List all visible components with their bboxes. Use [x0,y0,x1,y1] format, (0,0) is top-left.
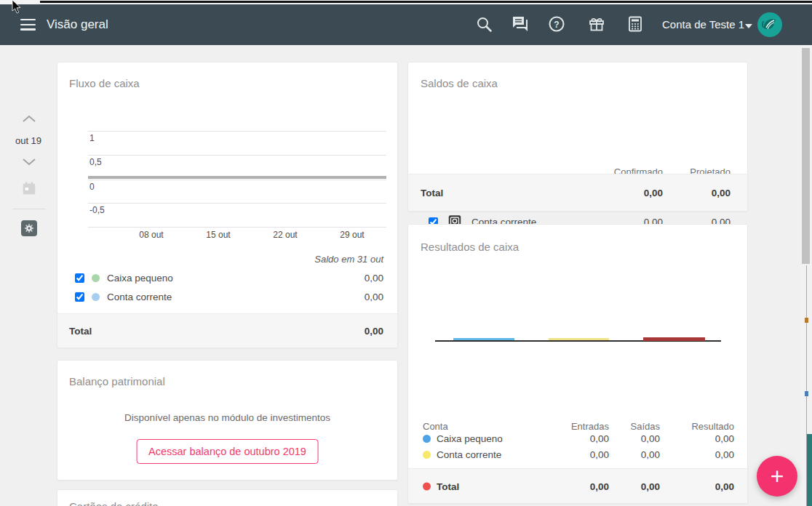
account-label: Caixa pequeno [437,433,503,444]
cashflow-row-checkbox[interactable] [75,273,84,283]
gridline [88,203,386,204]
series-value: 0,00 [365,273,383,284]
out-value: 0,00 [641,433,660,444]
x-tick: 29 out [329,230,375,240]
series-dot-yellow [423,451,431,459]
y-tick: 0,5 [89,157,102,167]
right-edge-teal-strip [807,434,812,506]
page-title: Visão geral [47,17,108,32]
cashflow-series-zero-line [88,176,386,179]
column-header-result: Resultado [691,421,734,432]
chat-icon[interactable] [512,15,529,33]
total-label: Total [421,188,443,198]
search-icon[interactable] [475,15,493,33]
total-in: 0,00 [590,481,609,491]
bar-red [643,337,705,341]
column-header-out: Saídas [631,421,660,432]
scrollbar-thumb[interactable] [802,48,810,264]
period-rail: out 19 [0,45,57,506]
result-value: 0,00 [715,433,734,444]
y-tick: 1 [89,133,95,143]
x-tick: 08 out [128,230,175,240]
next-card-title: Cartões de crédito [69,500,159,506]
cash-results-card: Resultados de caixa Conta Entradas Saída… [407,224,748,504]
access-balance-button[interactable]: Acessar balanço de outubro 2019 [136,439,319,464]
calculator-icon[interactable] [626,15,644,33]
svg-text:?: ? [554,20,559,30]
window-top-border [40,1,812,3]
app-header: Visão geral ? Conta de Teste 1 [0,4,812,45]
cashflow-card-title: Fluxo de caixa [69,77,140,89]
y-tick: -0,5 [89,205,105,215]
total-value: 0,00 [365,326,383,337]
brand-logo-icon[interactable] [757,12,782,37]
scroll-marker-orange [805,318,808,323]
gridline [88,180,386,180]
cashflow-row-checkbox[interactable] [75,292,84,302]
column-header-account: Conta [423,421,448,432]
mouse-cursor [12,0,23,17]
total-result: 0,00 [715,481,734,491]
add-button[interactable]: + [757,456,797,497]
next-card-partial: Cartões de crédito [57,489,398,506]
scroll-marker-blue [805,391,808,396]
legend-row: Conta corrente 0,00 [75,289,383,304]
balances-total-row: Total 0,00 0,00 [408,174,747,211]
series-label: Caixa pequeno [107,273,173,284]
legend-row: Caixa pequeno 0,00 [75,270,383,285]
series-label: Conta corrente [107,292,172,302]
cashflow-card: Fluxo de caixa 1 0,5 0 -0,5 08 out 15 ou… [57,62,398,348]
cash-results-title: Resultados de caixa [421,241,519,253]
cashflow-total-row: Total 0,00 [57,313,397,348]
window-top-strip [0,0,812,4]
in-value: 0,00 [590,433,609,444]
rail-divider [12,209,46,209]
total-label: Total [69,326,92,337]
series-value: 0,00 [365,292,383,302]
chevron-down-icon[interactable] [745,24,752,28]
x-tick: 15 out [195,230,242,240]
balance-sheet-card: Balanço patrimonial Disponível apenas no… [57,360,398,481]
bar-blue [453,338,514,340]
balance-caption: Saldo em 31 out [314,254,383,265]
gridline [88,131,386,132]
cash-balances-title: Saldos de caixa [421,77,498,89]
calendar-icon[interactable] [21,180,37,196]
results-total-row: Total 0,00 0,00 0,00 [408,468,747,503]
series-dot-blue [92,293,100,301]
series-dot-blue [423,435,431,443]
help-icon[interactable]: ? [548,15,565,33]
series-dot-green [92,274,100,282]
next-period-icon[interactable] [22,156,36,165]
cash-balances-card: Saldos de caixa Confirmado Projetado Cai… [407,62,748,212]
balance-sheet-title: Balanço patrimonial [69,375,165,387]
gift-icon[interactable] [588,15,605,33]
in-value: 0,00 [590,449,609,460]
menu-icon[interactable] [20,19,36,31]
column-header-in: Entradas [571,421,609,432]
out-value: 0,00 [641,449,660,460]
gridline [88,155,386,156]
series-dot-red [423,482,431,490]
bar-yellow [549,338,609,340]
account-switcher[interactable]: Conta de Teste 1 [662,18,744,31]
period-label: out 19 [0,135,57,146]
total-projected: 0,00 [712,188,731,198]
result-row: Conta corrente 0,00 0,00 0,00 [423,447,747,462]
balance-sheet-message: Disponível apenas no módulo de investime… [57,412,397,423]
y-tick: 0 [89,182,95,192]
previous-period-icon[interactable] [22,113,36,121]
account-label: Conta corrente [437,449,501,460]
x-tick: 22 out [262,230,309,240]
gear-icon[interactable] [20,220,38,237]
total-out: 0,00 [641,481,660,491]
result-row: Caixa pequeno 0,00 0,00 0,00 [423,431,747,446]
total-confirmed: 0,00 [644,188,663,198]
total-label: Total [437,481,459,491]
x-axis-line [88,227,386,228]
result-value: 0,00 [715,449,734,460]
